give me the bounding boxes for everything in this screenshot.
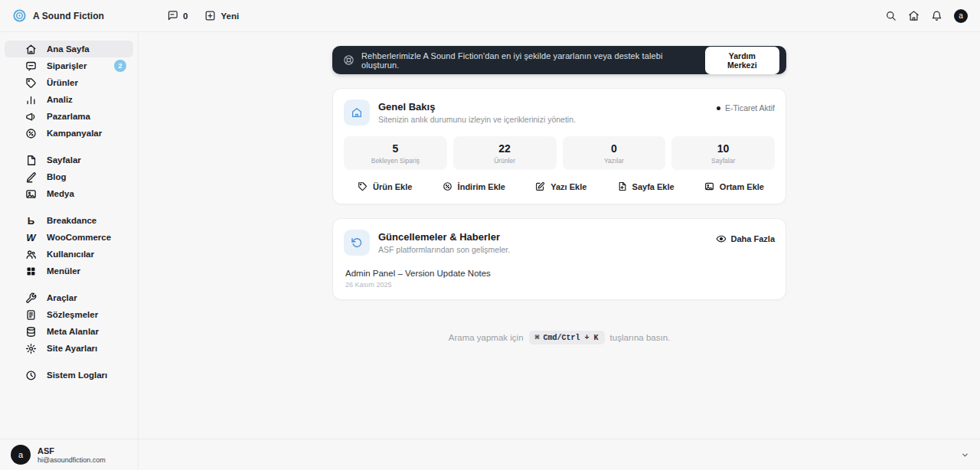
- page-icon: [25, 155, 37, 166]
- comments-menu[interactable]: 0: [167, 10, 188, 21]
- action-label: İndirim Ekle: [458, 182, 505, 191]
- new-content-menu[interactable]: Yeni: [204, 10, 239, 21]
- updates-subtitle: ASF platformlarından son gelişmeler.: [378, 245, 510, 254]
- home-icon[interactable]: [908, 10, 920, 21]
- brand-name: A Sound Fiction: [33, 11, 104, 21]
- status-dot-icon: [717, 106, 720, 110]
- woo-icon: W: [25, 232, 37, 243]
- orders-icon: [25, 60, 37, 72]
- topbar-avatar[interactable]: a: [954, 9, 968, 23]
- brand[interactable]: A Sound Fiction: [12, 8, 104, 23]
- image-icon: [704, 181, 714, 191]
- stat-yazilar[interactable]: 0Yazılar: [563, 136, 666, 170]
- sidebar-item-pazarlama[interactable]: Pazarlama: [5, 108, 133, 125]
- topbar: A Sound Fiction 0 Yeni: [0, 0, 980, 32]
- action-label: Yazı Ekle: [550, 182, 586, 191]
- sidebar-item-label: Kampanyalar: [47, 129, 102, 138]
- stat-value: 22: [453, 142, 557, 155]
- users-icon: [25, 249, 37, 260]
- sidebar-item-label: Ana Sayfa: [47, 44, 90, 54]
- gear-icon: [25, 343, 37, 354]
- quick-actions-row: Ürün Ekleİndirim EkleYazı EkleSayfa Ekle…: [344, 181, 775, 193]
- sidebar-item-woocommerce[interactable]: WWooCommerce: [5, 229, 133, 246]
- stat-label: Sayfalar: [671, 157, 775, 165]
- sidebar-item-label: Meta Alanlar: [47, 327, 99, 336]
- banner-text: Rehberlerimizle A Sound Fiction'dan en i…: [361, 51, 698, 70]
- update-item-date: 26 Kasım 2025: [345, 281, 775, 289]
- shortcut-keys: Cmd/Ctrl + K: [544, 334, 599, 342]
- sidebar-group: SayfalarBlogMedya: [5, 152, 133, 202]
- sidebar-item-menuler[interactable]: Menüler: [5, 263, 133, 279]
- comments-icon: [167, 10, 178, 21]
- update-item[interactable]: Admin Panel – Version Update Notes26 Kas…: [344, 269, 775, 289]
- action-ortam-ekle[interactable]: Ortam Ekle: [704, 181, 764, 191]
- sidebar-item-label: Sistem Logları: [47, 370, 107, 380]
- sidebar-item-ana-sayfa[interactable]: Ana Sayfa: [5, 41, 133, 57]
- action-label: Sayfa Ekle: [632, 182, 675, 191]
- user-meta: ASF hi@asoundfiction.com: [38, 446, 106, 464]
- sidebar-item-label: Kullanıcılar: [47, 250, 94, 259]
- sidebar-item-urunler[interactable]: Ürünler: [5, 74, 133, 91]
- sidebar-item-araclar[interactable]: Araçlar: [5, 289, 133, 306]
- sidebar-group: Sistem Logları: [5, 367, 133, 384]
- sidebar-group: ЬBreakdanceWWooCommerceKullanıcılarMenül…: [5, 212, 133, 279]
- stat-sayfalar[interactable]: 10Sayfalar: [671, 136, 775, 170]
- sidebar-item-blog[interactable]: Blog: [5, 168, 133, 185]
- sidebar-item-label: Araçlar: [47, 293, 77, 302]
- percent-icon: [443, 181, 452, 191]
- stat-bekleyen-siparis[interactable]: 5Bekleyen Sipariş: [344, 136, 447, 170]
- help-center-button[interactable]: Yardım Merkezi: [705, 47, 779, 74]
- update-item-title: Admin Panel – Version Update Notes: [345, 269, 775, 278]
- tag-icon: [358, 181, 368, 191]
- search-hint-prefix: Arama yapmak için: [449, 333, 524, 342]
- stat-value: 5: [344, 142, 447, 155]
- action-i-ndirim-ekle[interactable]: İndirim Ekle: [443, 181, 505, 191]
- sidebar-item-breakdance[interactable]: ЬBreakdance: [5, 212, 133, 229]
- megaphone-icon: [25, 111, 37, 122]
- more-link[interactable]: Daha Fazla: [716, 230, 775, 244]
- sidebar-item-kampanyalar[interactable]: Kampanyalar: [5, 125, 133, 142]
- stat-label: Bekleyen Sipariş: [344, 157, 447, 165]
- contract-icon: [25, 309, 37, 321]
- search-hint: Arama yapmak için ⌘Cmd/Ctrl + K tuşların…: [332, 331, 786, 344]
- stat-urunler[interactable]: 22Ürünler: [453, 136, 557, 170]
- search-icon[interactable]: [885, 10, 897, 21]
- sidebar: Ana SayfaSiparişler2ÜrünlerAnalizPazarla…: [0, 32, 139, 470]
- sidebar-item-analiz[interactable]: Analiz: [5, 91, 133, 108]
- sidebar-item-label: Siparişler: [47, 61, 87, 70]
- status-text: E-Ticaret Aktif: [725, 103, 775, 113]
- action-yazi-ekle[interactable]: Yazı Ekle: [535, 181, 586, 191]
- file-plus-icon: [617, 181, 627, 191]
- stat-value: 0: [563, 142, 666, 155]
- sidebar-item-sayfalar[interactable]: Sayfalar: [5, 152, 133, 168]
- pencil-icon: [25, 171, 37, 183]
- action-urun-ekle[interactable]: Ürün Ekle: [358, 181, 412, 191]
- sidebar-item-label: Pazarlama: [47, 112, 90, 121]
- grid-icon: [25, 266, 37, 277]
- eye-icon: [716, 233, 727, 244]
- sidebar-item-kullanicilar[interactable]: Kullanıcılar: [5, 246, 133, 263]
- sidebar-item-sozlesmeler[interactable]: Sözleşmeler: [5, 306, 133, 323]
- sidebar-item-medya[interactable]: Medya: [5, 185, 133, 202]
- sidebar-item-label: Menüler: [47, 266, 80, 276]
- help-banner: Rehberlerimizle A Sound Fiction'dan en i…: [332, 46, 786, 74]
- sidebar-item-meta-alanlar[interactable]: Meta Alanlar: [5, 323, 133, 340]
- clock-icon: [25, 370, 37, 381]
- tag-icon: [25, 77, 37, 89]
- refresh-icon: [351, 237, 363, 249]
- sidebar-item-sistem-loglari[interactable]: Sistem Logları: [5, 367, 133, 384]
- sidebar-item-site-ayarlari[interactable]: Site Ayarları: [5, 340, 133, 357]
- database-icon: [25, 326, 37, 338]
- action-sayfa-ekle[interactable]: Sayfa Ekle: [617, 181, 675, 191]
- main-area: Rehberlerimizle A Sound Fiction'dan en i…: [139, 32, 980, 470]
- sidebar-item-label: Sayfalar: [47, 155, 81, 165]
- count-badge: 2: [114, 60, 126, 72]
- edit-icon: [535, 181, 545, 191]
- overview-tile: [344, 100, 370, 126]
- sidebar-item-label: Ürünler: [47, 78, 78, 87]
- home-outline-icon: [351, 106, 363, 119]
- sidebar-item-siparisler[interactable]: Siparişler2: [5, 57, 133, 74]
- notifications-icon[interactable]: [931, 10, 942, 21]
- sidebar-nav: Ana SayfaSiparişler2ÜrünlerAnalizPazarla…: [5, 41, 133, 384]
- image-icon: [25, 188, 37, 200]
